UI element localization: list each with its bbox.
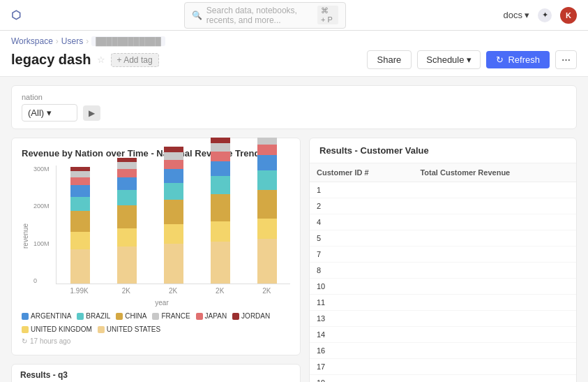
search-bar[interactable]: 🔍 Search data, notebooks, recents, and m… [184,2,346,29]
breadcrumb: Workspace › Users › ████████████ [11,36,577,46]
stacked-bar-2 [164,147,183,284]
chart-timestamp: ↻ 17 hours ago [22,337,290,345]
right-panel-title: Results - Customer Value [310,138,576,163]
x-label-1: 2K [108,287,144,295]
y-tick-100m: 100M [33,240,50,247]
cv-cell-id: 4 [310,214,413,230]
bar-segment-2-0 [164,244,183,284]
filter-row: (All) ▾ ▶ [22,104,566,122]
bar-segment-0-3 [70,197,90,211]
legend-color-brazil [77,313,84,320]
x-labels: 1.99K 2K 2K 2K 2K [56,284,290,297]
cv-table-row: 1 [310,182,576,198]
bar-segment-0-1 [70,232,90,249]
cv-cell-id: 5 [310,230,413,247]
nav-right: docs ▾ ✦ K [504,7,577,24]
bar-segment-2-1 [164,224,183,244]
cv-cell-revenue [413,263,576,279]
legend-item-jordan: JORDAN [232,312,270,320]
y-tick-0: 0 [33,277,50,284]
cv-cell-id: 1 [310,182,413,198]
page-header: Workspace › Users › ████████████ legacy … [0,31,588,77]
cv-cell-id: 17 [310,359,413,375]
chevron-down-icon: ▾ [467,54,472,65]
cv-cell-revenue [413,327,576,343]
cv-cell-revenue [413,375,576,383]
cv-table-row: 5 [310,230,576,247]
nation-filter-select[interactable]: (All) ▾ [22,104,77,122]
cv-table-row: 11 [310,295,576,311]
bar-chart [56,166,290,284]
cv-table-row: 19 [310,375,576,383]
bar-segment-1-7 [117,158,137,163]
right-scroll[interactable]: Customer ID # Total Customer Revenue 1 2… [310,163,576,382]
filter-section: nation (All) ▾ ▶ [11,85,577,129]
bar-segment-0-4 [70,185,90,197]
stacked-bar-0 [70,167,90,284]
bar-segment-3-1 [211,221,230,242]
legend-item-argentina: ARGENTINA [22,312,71,320]
cv-cell-revenue [413,247,576,263]
breadcrumb-workspace[interactable]: Workspace [11,36,53,46]
refresh-button[interactable]: ↻ Refresh [486,51,550,68]
cv-table-row: 17 [310,359,576,375]
schedule-button[interactable]: Schedule ▾ [417,50,481,69]
legend-color-argentina [22,313,29,320]
breadcrumb-users[interactable]: Users [61,36,83,46]
cv-cell-id: 16 [310,343,413,359]
app-logo: ⬡ [11,8,21,22]
filter-run-button[interactable]: ▶ [83,105,100,121]
right-panel: Results - Customer Value Customer ID # T… [309,138,577,382]
charts-results: Revenue by Nation over Time - National R… [11,138,577,382]
docs-button[interactable]: docs ▾ [504,10,529,20]
legend-color-france [152,313,159,320]
breadcrumb-current: ████████████ [91,36,165,46]
top-navigation: ⬡ 🔍 Search data, notebooks, recents, and… [0,0,588,31]
bar-segment-3-4 [211,161,230,176]
cv-cell-revenue [413,311,576,327]
magic-icon[interactable]: ✦ [538,8,552,22]
bar-segment-3-3 [211,176,230,194]
bar-segment-2-5 [164,160,183,169]
legend-color-jordan [232,313,239,320]
cv-table-row: 13 [310,311,576,327]
q3-table-section: Results - q3 c_custkey c_name c_address … [11,364,301,382]
stacked-bar-3 [211,138,230,284]
add-tag-button[interactable]: + Add tag [111,53,159,67]
legend-item-brazil: BRAZIL [77,312,110,320]
share-button[interactable]: Share [367,50,412,69]
star-icon[interactable]: ☆ [97,54,105,65]
legend-color-china [116,313,123,320]
bar-segment-2-3 [164,183,183,200]
cv-cell-id: 13 [310,311,413,327]
cv-table-row: 14 [310,327,576,343]
chevron-down-icon: ▾ [525,10,529,20]
bar-segment-0-0 [70,249,90,284]
more-options-button[interactable]: ⋯ [555,50,577,69]
bar-segment-4-0 [257,239,277,284]
cv-cell-revenue [413,230,576,247]
bar-segment-0-2 [70,211,90,233]
bar-segment-1-1 [117,228,137,247]
cv-cell-revenue [413,214,576,230]
avatar[interactable]: K [560,7,577,24]
bar-group-0 [62,166,98,284]
y-axis-label: revenue [22,166,29,307]
cv-col-revenue: Total Customer Revenue [413,163,576,182]
bar-segment-2-7 [164,147,183,152]
cv-table-row: 7 [310,247,576,263]
cv-header-row: Customer ID # Total Customer Revenue [310,163,576,182]
x-label-2: 2K [155,287,190,295]
chart-title: Revenue by Nation over Time - National R… [22,148,290,159]
bar-segment-0-7 [70,167,90,172]
bar-segment-4-2 [257,190,277,219]
bar-group-2 [156,166,191,284]
cv-cell-id: 19 [310,375,413,383]
bar-segment-3-5 [211,152,230,161]
refresh-small-icon: ↻ [22,337,27,345]
bar-segment-4-6 [257,138,277,145]
legend-item-united-states: UNITED STATES [98,325,160,333]
legend-color-japan [196,313,203,320]
left-panel: Revenue by Nation over Time - National R… [11,138,301,382]
filter-label: nation [22,93,566,101]
